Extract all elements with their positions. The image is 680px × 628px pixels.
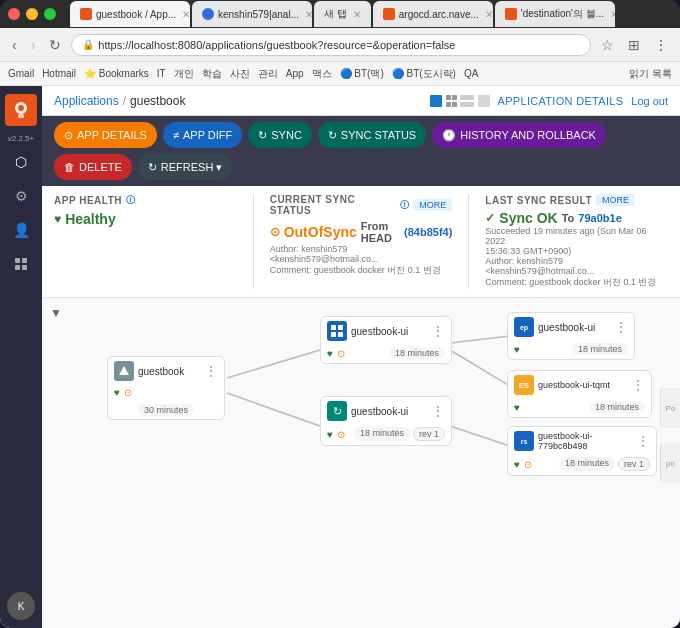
bm-it[interactable]: IT [157,68,166,79]
sync-status-icon: ↻ [328,129,337,142]
app-details-link[interactable]: APPLICATION DETAILS [498,95,624,107]
tab-close-2[interactable]: ✕ [305,9,312,20]
maximize-button[interactable] [44,8,56,20]
tab-kenshin[interactable]: kenshin579|anal... ✕ [192,1,312,27]
node-eps[interactable]: ES guestbook-ui-tqmt ⋮ ♥ 18 minutes [507,370,652,418]
tab-label-dest: 'destination'의 블... [521,7,604,21]
close-button[interactable] [8,8,20,20]
bm-photo[interactable]: 사진 [230,67,250,81]
current-sync-value: ⊙ OutOfSync From HEAD (84b85f4) [270,220,453,244]
node-ep-badge: 18 minutes [572,343,628,355]
app-diff-button[interactable]: ≠ APP DIFF [163,122,242,148]
svg-rect-5 [15,265,20,270]
node-ep-menu[interactable]: ⋮ [614,319,628,335]
tab-close-argo2[interactable]: ✕ [485,9,493,20]
last-sync-comment-text: Comment: guestbook docker 버전 0.1 변경 [485,276,656,289]
sidebar-item-settings[interactable]: ⚙ [6,181,36,211]
bm-app[interactable]: App [286,68,304,79]
reload-button[interactable]: ↻ [45,35,65,55]
user-avatar[interactable]: K [7,592,35,620]
node-deploy-status: ♥ ⊙ 18 minutes rev 1 [321,425,451,445]
sync-status-button[interactable]: ↻ SYNC STATUS [318,122,426,148]
tab-new[interactable]: 새 탭 ✕ [314,1,371,27]
tab-close-btn[interactable]: ✕ [182,9,190,20]
tab-dest[interactable]: 'destination'의 블... ✕ [495,1,615,27]
node-rs-sync-icon: ⊙ [524,459,532,470]
menu-button[interactable]: ⋮ [650,35,672,55]
node-ep[interactable]: ep guestbook-ui ⋮ ♥ 18 minutes [507,312,635,360]
last-sync-more-button[interactable]: MORE [596,194,635,206]
breadcrumb-applications[interactable]: Applications [54,94,119,108]
node-guestbook-menu[interactable]: ⋮ [204,363,218,379]
current-sync-title: CURRENT SYNC STATUS ⓘ MORE [270,194,453,216]
forward-button[interactable]: › [27,35,40,55]
node-eps-name: guestbook-ui-tqmt [538,380,627,390]
version-label: v2.2.5+ [8,134,34,143]
back-button[interactable]: ‹ [8,35,21,55]
app-details-button[interactable]: ⊙ APP DETAILS [54,122,157,148]
delete-button[interactable]: 🗑 DELETE [54,154,132,180]
tab-favicon-k [202,8,214,20]
tab-label-new: 새 탭 [324,7,347,21]
node-rs-name: guestbook-ui-779bc8b498 [538,431,632,451]
current-sync-more-button[interactable]: MORE [413,199,452,211]
node-rs-icon: rs [514,431,534,451]
extensions-button[interactable]: ⊞ [624,35,644,55]
sidebar-item-repos[interactable] [6,249,36,279]
node-svc[interactable]: guestbook-ui ⋮ ♥ ⊙ 18 minutes [320,316,452,364]
node-guestbook-root[interactable]: guestbook ⋮ ♥ ⊙ 30 minutes [107,356,225,420]
bm-bt-mac[interactable]: 🔵 BT(맥) [340,67,384,81]
bm-gmail[interactable]: Gmail [8,68,34,79]
minimize-button[interactable] [26,8,38,20]
node-rs-menu[interactable]: ⋮ [636,433,650,449]
svg-rect-22 [338,325,343,330]
tab-close-new[interactable]: ✕ [353,9,361,20]
tab-close-dest[interactable]: ✕ [610,9,615,20]
bm-qa[interactable]: QA [464,68,478,79]
last-sync-panel: LAST SYNC RESULT MORE ✓ Sync OK To 79a0b… [485,194,668,289]
bm-reading[interactable]: 읽기 목록 [629,67,672,81]
address-bar[interactable]: 🔒 https://localhost:8080/applications/gu… [71,34,591,56]
history-rollback-button[interactable]: 🕐 HISTORY AND ROLLBACK [432,122,606,148]
logout-link[interactable]: Log out [631,95,668,107]
tab-guestbook[interactable]: guestbook / App... ✕ [70,1,190,27]
node-partial-top: Po [660,388,680,428]
sync-button[interactable]: ↻ SYNC [248,122,312,148]
app-health-title: APP HEALTH ⓘ [54,194,237,207]
tab-favicon-argo [80,8,92,20]
filter-icon[interactable]: ▼ [50,306,62,320]
sync-author-line: Author: kenshin579 <kenshin579@hotmail.c… [270,244,453,264]
bm-manage[interactable]: 관리 [258,67,278,81]
bm-bt-city[interactable]: 🔵 BT(도시락) [392,67,456,81]
bm-personal[interactable]: 개인 [174,67,194,81]
bm-max[interactable]: 맥스 [312,67,332,81]
last-sync-comment: Comment: guestbook docker 버전 0.1 변경 [485,276,668,289]
bm-bookmarks[interactable]: ⭐ Bookmarks [84,68,149,79]
node-guestbook-status: ♥ ⊙ [108,385,224,402]
node-svc-menu[interactable]: ⋮ [431,323,445,339]
svg-point-1 [18,105,24,111]
node-rs[interactable]: rs guestbook-ui-779bc8b498 ⋮ ♥ ⊙ 18 minu… [507,426,657,476]
node-deploy-rev-badge: rev 1 [413,427,445,441]
tab-argo2[interactable]: argocd.arc.nave... ✕ [373,1,493,27]
node-deploy-sync-icon: ⊙ [337,429,345,440]
node-svc-icon [327,321,347,341]
refresh-button[interactable]: ↻ REFRESH ▾ [138,154,233,180]
node-deploy[interactable]: ↻ guestbook-ui ⋮ ♥ ⊙ 18 minutes rev 1 [320,396,452,446]
bm-hotmail[interactable]: Hotmail [42,68,76,79]
node-eps-menu[interactable]: ⋮ [631,377,645,393]
node-guestbook-name: guestbook [138,366,200,377]
node-partial-bottom: po [660,443,680,483]
bookmark-button[interactable]: ☆ [597,35,618,55]
svg-rect-3 [15,258,20,263]
svg-line-19 [450,426,510,446]
sidebar-item-users[interactable]: 👤 [6,215,36,245]
bm-learning[interactable]: 학습 [202,67,222,81]
app-details-label: APP DETAILS [77,129,147,141]
delete-label: DELETE [79,161,122,173]
node-deploy-menu[interactable]: ⋮ [431,403,445,419]
tab-label: guestbook / App... [96,9,176,20]
sync-label: SYNC [271,129,302,141]
svg-line-15 [227,350,320,378]
sidebar-item-home[interactable]: ⬡ [6,147,36,177]
